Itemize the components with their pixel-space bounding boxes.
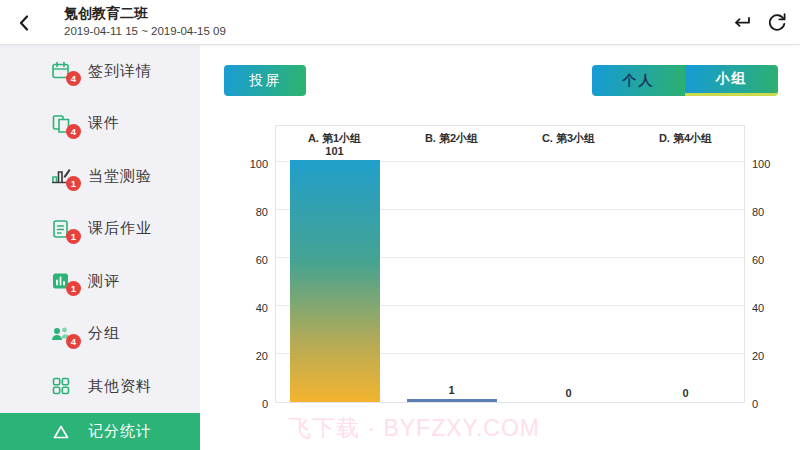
attendance-calendar-icon: 4: [50, 60, 72, 82]
value-label: 0: [682, 387, 688, 399]
cast-screen-button[interactable]: 投屏: [224, 65, 306, 96]
badge-count: 4: [66, 71, 81, 86]
watermark-text: 飞下载 · BYFZXY.COM: [288, 413, 540, 444]
y-axis-tick-right: 100: [752, 158, 790, 170]
score-bar-chart: A. 第1小组101B. 第2小组1C. 第3小组0D. 第4小组0 00202…: [230, 125, 790, 403]
sidebar: 4 签到详情 4 课件 1: [0, 45, 200, 450]
y-axis-tick-right: 20: [752, 350, 790, 362]
category-label: A. 第1小组: [276, 131, 393, 146]
courseware-icon: 4: [50, 113, 72, 135]
sidebar-item-label: 记分统计: [88, 422, 152, 441]
y-axis-tick-left: 60: [230, 254, 268, 266]
category-label: C. 第3小组: [510, 131, 627, 146]
y-axis-tick-right: 0: [752, 398, 790, 410]
header-bar: 氪创教育二班 2019-04-11 15 ~ 2019-04-15 09: [0, 0, 800, 45]
y-axis-tick-right: 60: [752, 254, 790, 266]
badge-count: 1: [66, 281, 81, 296]
y-axis-tick-left: 80: [230, 206, 268, 218]
badge-count: 4: [66, 334, 81, 349]
badge-count: 1: [66, 176, 81, 191]
tab-group[interactable]: 小组: [685, 65, 778, 96]
chart-plot: A. 第1小组101B. 第2小组1C. 第3小组0D. 第4小组0: [275, 125, 745, 403]
badge-count: 1: [66, 229, 81, 244]
sidebar-item-score-stats[interactable]: 记分统计: [0, 413, 200, 450]
category-label: B. 第2小组: [393, 131, 510, 146]
bar: [290, 160, 380, 402]
sidebar-item-groups[interactable]: 4 分组: [0, 308, 200, 361]
bar: [407, 399, 497, 403]
chart-column: D. 第4小组0: [627, 126, 744, 402]
chevron-left-icon: [12, 10, 38, 36]
category-label: D. 第4小组: [627, 131, 744, 146]
score-stats-triangle-icon: [50, 421, 72, 443]
y-axis-tick-left: 40: [230, 302, 268, 314]
date-range: 2019-04-11 15 ~ 2019-04-15 09: [64, 23, 226, 39]
value-label: 0: [565, 387, 571, 399]
evaluation-barchart-icon: 1: [50, 270, 72, 292]
badge-count: 4: [66, 124, 81, 139]
sidebar-item-courseware[interactable]: 4 课件: [0, 98, 200, 151]
sidebar-item-other-materials[interactable]: 其他资料: [0, 360, 200, 413]
sidebar-item-homework[interactable]: 1 课后作业: [0, 203, 200, 256]
sidebar-item-attendance[interactable]: 4 签到详情: [0, 45, 200, 98]
sidebar-item-label: 课后作业: [88, 219, 152, 238]
sidebar-item-label: 课件: [88, 114, 120, 133]
groups-people-icon: 4: [50, 323, 72, 345]
sidebar-item-evaluation[interactable]: 1 测评: [0, 255, 200, 308]
chart-column: B. 第2小组1: [393, 126, 510, 402]
personal-group-toggle: 个人 小组: [592, 65, 778, 96]
sidebar-item-label: 签到详情: [88, 62, 152, 81]
y-axis-tick-right: 40: [752, 302, 790, 314]
refresh-icon: [764, 10, 790, 36]
return-arrow-icon: [728, 10, 754, 36]
back-button[interactable]: [12, 10, 38, 36]
homework-doc-icon: 1: [50, 218, 72, 240]
chart-column: C. 第3小组0: [510, 126, 627, 402]
y-axis-tick-right: 80: [752, 206, 790, 218]
y-axis-tick-left: 20: [230, 350, 268, 362]
page-title: 氪创教育二班: [64, 4, 226, 23]
return-button[interactable]: [728, 10, 754, 36]
value-label: 101: [325, 145, 343, 157]
title-block: 氪创教育二班 2019-04-11 15 ~ 2019-04-15 09: [64, 4, 226, 39]
refresh-button[interactable]: [764, 10, 790, 36]
y-axis-tick-left: 100: [230, 158, 268, 170]
sidebar-item-label: 分组: [88, 324, 120, 343]
value-label: 1: [448, 384, 454, 396]
sidebar-item-label: 当堂测验: [88, 167, 152, 186]
class-dashboard-page: 氪创教育二班 2019-04-11 15 ~ 2019-04-15 09: [0, 0, 800, 450]
sidebar-item-label: 其他资料: [88, 377, 152, 396]
chart-column: A. 第1小组101: [276, 126, 393, 402]
sidebar-item-quiz[interactable]: 1 当堂测验: [0, 150, 200, 203]
quiz-chart-icon: 1: [50, 165, 72, 187]
sidebar-item-label: 测评: [88, 272, 120, 291]
y-axis-tick-left: 0: [230, 398, 268, 410]
other-materials-grid-icon: [50, 375, 72, 397]
tab-personal[interactable]: 个人: [592, 65, 685, 96]
